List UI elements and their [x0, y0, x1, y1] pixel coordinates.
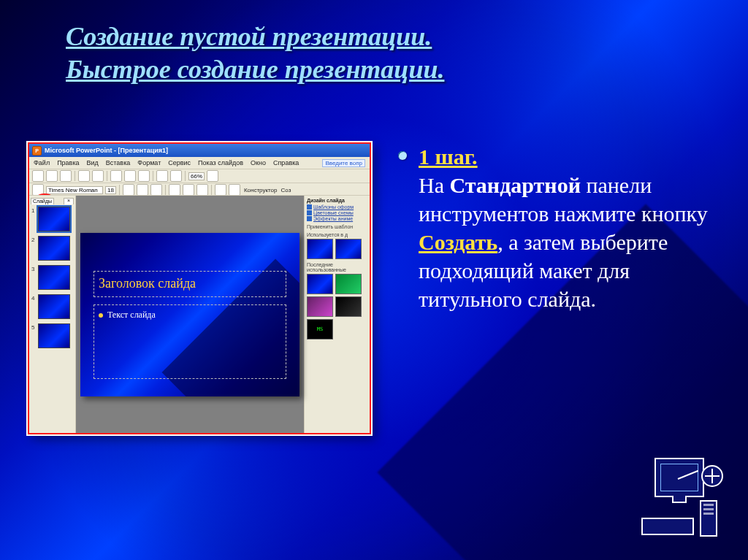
tp-colors[interactable]: Цветовые схемы — [307, 210, 367, 215]
square-icon — [307, 216, 312, 221]
tp-apply-label: Применить шаблон — [307, 224, 367, 229]
new-button[interactable] — [32, 170, 44, 182]
computer-clipart — [640, 458, 720, 538]
tp-thumbs-used — [307, 239, 367, 259]
design-thumb[interactable] — [335, 239, 362, 259]
menu-file[interactable]: Файл — [34, 159, 50, 166]
placeholder-body-text: Текст слайда — [107, 310, 156, 321]
menu-insert[interactable]: Вставка — [106, 159, 130, 166]
square-icon — [307, 204, 312, 210]
align-right-button[interactable] — [196, 184, 208, 196]
monitor-stand — [672, 496, 687, 503]
menu-view[interactable]: Вид — [87, 159, 99, 166]
preview-button[interactable] — [92, 170, 104, 182]
save-button[interactable] — [60, 170, 72, 182]
separator — [211, 185, 212, 195]
keyboard-icon — [641, 518, 694, 535]
design-thumb[interactable] — [307, 239, 333, 259]
thumb-5-num: 5 — [31, 324, 34, 331]
thumb-3[interactable]: 3 — [38, 265, 70, 290]
menu-slideshow[interactable]: Показ слайдов — [198, 159, 243, 166]
placeholder-title-text: Заголовок слайда — [99, 276, 196, 291]
ppt-title-text: Microsoft PowerPoint - [Презентация1] — [45, 147, 168, 154]
thumb-5[interactable]: 5 — [38, 323, 70, 348]
menu-format[interactable]: Формат — [137, 159, 161, 166]
drive-slot — [703, 508, 714, 510]
current-slide[interactable]: Заголовок слайда Текст слайда — [80, 233, 299, 396]
menu-window[interactable]: Окно — [251, 159, 266, 166]
print-button[interactable] — [78, 170, 90, 182]
ppt-menubar: Файл Правка Вид Вставка Формат Сервис По… — [29, 157, 370, 169]
body-bold-std: Стандартной — [449, 173, 580, 197]
underline-button[interactable] — [150, 184, 162, 196]
design-thumb[interactable] — [335, 296, 362, 317]
redo-button[interactable] — [170, 170, 182, 182]
tp-anim-text: Эффекты аниме — [313, 216, 353, 221]
tp-anim[interactable]: Эффекты аниме — [307, 216, 367, 221]
undo-button[interactable] — [156, 170, 168, 182]
konstruktor-button[interactable]: Конструктор — [244, 187, 278, 193]
task-pane: Дизайн слайда Шаблоны оформ Цветовые схе… — [304, 196, 370, 433]
thumbnail-panel: Слайды × 1 2 3 4 5 — [29, 196, 76, 433]
thumb-2-num: 2 — [31, 237, 34, 243]
body-text: 1 шаг. На Стандартной панели инструменто… — [398, 142, 708, 313]
square-icon — [307, 210, 312, 215]
bullet-step1: 1 шаг. На Стандартной панели инструменто… — [398, 142, 708, 313]
ppt-workarea: Слайды × 1 2 3 4 5 Заголовок слайда — [29, 195, 370, 433]
placeholder-body[interactable]: Текст слайда — [94, 304, 286, 379]
soz-button[interactable]: Соз — [281, 187, 291, 193]
thumb-4-num: 4 — [31, 295, 34, 302]
bullets-button[interactable] — [215, 184, 226, 196]
help-hint[interactable]: Введите вопр — [322, 159, 365, 167]
separator — [75, 171, 75, 181]
placeholder-title[interactable]: Заголовок слайда — [94, 271, 286, 297]
menu-tools[interactable]: Сервис — [168, 159, 191, 166]
separator — [165, 185, 166, 195]
bullet-icon — [99, 313, 103, 318]
font-size[interactable]: 18 — [105, 186, 116, 194]
thumb-4[interactable]: 4 — [38, 294, 70, 319]
separator — [153, 171, 153, 181]
design-thumb-ms[interactable]: MS — [307, 319, 333, 340]
tp-templates-text: Шаблоны оформ — [313, 204, 354, 210]
ms-logo-text: MS — [317, 326, 323, 332]
tab-slides[interactable]: Слайды — [31, 198, 54, 204]
tp-templates[interactable]: Шаблоны оформ — [307, 204, 367, 210]
close-panel-icon[interactable]: × — [64, 198, 74, 204]
cut-button[interactable] — [110, 170, 122, 182]
numbering-button[interactable] — [229, 184, 240, 196]
bold-button[interactable] — [123, 184, 134, 196]
font-name[interactable]: Times New Roman — [46, 186, 103, 194]
help-button[interactable] — [207, 170, 218, 182]
zoom-value[interactable]: 66% — [188, 172, 205, 180]
separator — [107, 171, 107, 181]
globe-icon — [701, 465, 723, 487]
title-line1: Создание пустой презентации. — [66, 20, 682, 53]
thumb-2[interactable]: 2 — [38, 236, 70, 261]
align-left-button[interactable] — [169, 184, 180, 196]
thumb-3-num: 3 — [31, 266, 34, 272]
separator — [119, 185, 120, 195]
ppt-titlebar: P Microsoft PowerPoint - [Презентация1] — [29, 144, 370, 157]
italic-button[interactable] — [137, 184, 148, 196]
design-thumb[interactable] — [335, 274, 362, 294]
drive-slot — [703, 504, 714, 506]
drive-slot — [703, 513, 714, 515]
open-button[interactable] — [46, 170, 58, 182]
powerpoint-screenshot: P Microsoft PowerPoint - [Презентация1] … — [28, 142, 371, 434]
align-center-button[interactable] — [183, 184, 194, 196]
thumb-1[interactable]: 1 — [38, 207, 70, 231]
thumb-1-num: 1 — [31, 207, 34, 214]
title-line2: Быстрое создание презентации. — [66, 53, 682, 86]
menu-help[interactable]: Справка — [273, 159, 299, 166]
ppt-toolbar-standard: 66% — [29, 169, 370, 183]
create-label: Создать — [419, 230, 497, 254]
paste-button[interactable] — [138, 170, 150, 182]
slide-root: Создание пустой презентации. Быстрое соз… — [0, 0, 748, 560]
design-thumb[interactable] — [307, 274, 333, 294]
tp-thumbs-recent: MS — [307, 274, 367, 340]
menu-edit[interactable]: Правка — [57, 159, 79, 166]
design-thumb[interactable] — [307, 296, 333, 317]
font-arrow[interactable] — [32, 184, 44, 196]
copy-button[interactable] — [124, 170, 136, 182]
